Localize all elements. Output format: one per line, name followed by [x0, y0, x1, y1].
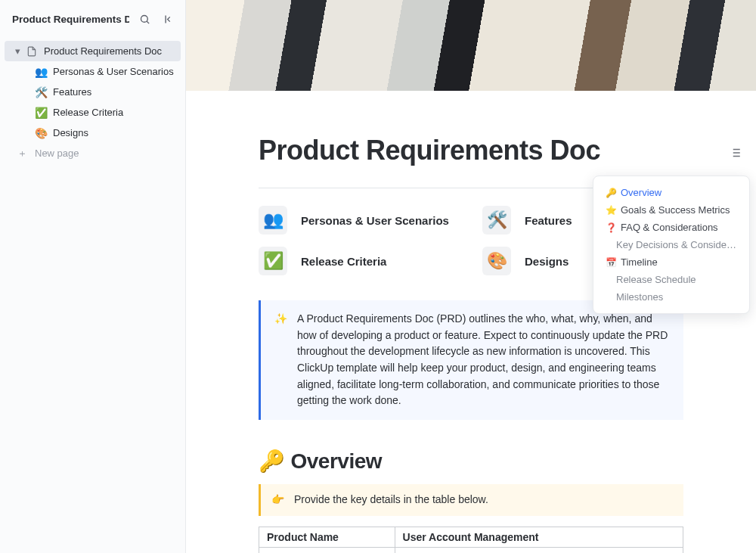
callout-text: A Product Requirements Doc (PRD) outline…	[297, 311, 670, 409]
palette-icon: 🎨	[482, 247, 511, 275]
toc-item-milestones[interactable]: Milestones	[596, 288, 746, 306]
document-body: Product Requirements Doc 👥 Personas & Us…	[186, 91, 756, 553]
tree-item-label: Personas & User Scenarios	[53, 66, 174, 77]
toc-label: Release Schedule	[616, 274, 696, 285]
sidebar-title: Product Requirements Doc	[12, 14, 129, 25]
main-content: Product Requirements Doc 👥 Personas & Us…	[186, 0, 756, 553]
tip-text: Provide the key details in the table bel…	[294, 492, 488, 508]
key-icon: 🔑	[259, 449, 285, 474]
overview-table[interactable]: Product Name User Account Management Cli…	[259, 527, 683, 553]
toc-panel: 🔑 Overview ⭐ Goals & Success Metrics ❓ F…	[593, 176, 750, 314]
card-label: Features	[525, 214, 572, 227]
cell-key[interactable]: ClickUp Project/Epic	[259, 547, 395, 553]
sidebar: Product Requirements Doc ▾ Product Requi…	[0, 0, 186, 553]
svg-point-0	[141, 15, 147, 22]
table-row[interactable]: ClickUp Project/Epic [Link to the ClickU…	[259, 547, 683, 553]
tree-item-label: Features	[53, 86, 91, 98]
toc-item-overview[interactable]: 🔑 Overview	[596, 184, 746, 201]
personas-icon: 👥	[259, 206, 287, 235]
overview-tip-callout[interactable]: 👉 Provide the key details in the table b…	[259, 484, 683, 516]
tools-icon: 🛠️	[482, 206, 511, 235]
tree-item-prd[interactable]: ▾ Product Requirements Doc	[5, 41, 181, 61]
toc-item-goals[interactable]: ⭐ Goals & Success Metrics	[596, 201, 746, 219]
question-icon: ❓	[606, 222, 616, 233]
toc-label: FAQ & Considerations	[621, 222, 718, 233]
card-label: Designs	[525, 255, 569, 268]
toc-item-timeline[interactable]: 📅 Timeline	[596, 253, 746, 271]
tree-item-label: Product Requirements Doc	[44, 45, 162, 57]
check-icon: ✅	[259, 247, 287, 275]
card-release-criteria[interactable]: ✅ Release Criteria	[259, 244, 460, 278]
intro-callout[interactable]: ✨ A Product Requirements Doc (PRD) outli…	[259, 300, 683, 420]
toc-label: Timeline	[621, 256, 658, 268]
card-label: Personas & User Scenarios	[301, 214, 449, 227]
plus-icon: ＋	[17, 147, 27, 160]
content-scroll[interactable]: Product Requirements Doc 👥 Personas & Us…	[186, 91, 756, 553]
sidebar-header: Product Requirements Doc	[0, 0, 185, 38]
new-page-label: New page	[35, 148, 79, 159]
svg-line-1	[147, 21, 149, 23]
card-label: Release Criteria	[301, 255, 386, 268]
toc-label: Milestones	[616, 291, 663, 303]
card-personas[interactable]: 👥 Personas & User Scenarios	[259, 203, 460, 237]
page-title[interactable]: Product Requirements Doc	[259, 135, 683, 166]
page-icon	[24, 46, 39, 57]
chevron-down-icon[interactable]: ▾	[12, 45, 23, 57]
check-icon: ✅	[33, 107, 48, 119]
collapse-sidebar-icon[interactable]	[160, 10, 178, 28]
tree-item-label: Designs	[53, 127, 88, 138]
palette-icon: 🎨	[33, 127, 48, 139]
page-tree: ▾ Product Requirements Doc 👥 Personas & …	[0, 38, 185, 166]
key-icon: 🔑	[606, 188, 616, 198]
sparkles-icon: ✨	[274, 311, 288, 409]
overview-heading[interactable]: 🔑 Overview	[259, 449, 683, 474]
tree-item-personas[interactable]: 👥 Personas & User Scenarios	[5, 61, 181, 82]
search-icon[interactable]	[135, 10, 153, 28]
table-row[interactable]: Product Name User Account Management	[259, 527, 683, 547]
cover-image[interactable]	[186, 0, 756, 91]
tools-icon: 🛠️	[33, 86, 48, 98]
toc-item-release-schedule[interactable]: Release Schedule	[596, 271, 746, 288]
toc-item-key-decisions[interactable]: Key Decisions & Consideratio...	[596, 236, 746, 253]
star-icon: ⭐	[606, 205, 616, 216]
toc-item-faq[interactable]: ❓ FAQ & Considerations	[596, 219, 746, 236]
point-right-icon: 👉	[271, 492, 285, 508]
cell-value[interactable]: [Link to the ClickUp location of the pro…	[395, 547, 683, 553]
toc-toggle-button[interactable]	[726, 144, 744, 162]
tree-item-release-criteria[interactable]: ✅ Release Criteria	[5, 102, 181, 123]
toc-label: Key Decisions & Consideratio...	[616, 239, 737, 250]
tree-item-label: Release Criteria	[53, 107, 123, 118]
toc-label: Overview	[621, 187, 662, 198]
cell-value[interactable]: User Account Management	[395, 527, 683, 547]
cell-key[interactable]: Product Name	[259, 527, 395, 547]
tree-item-features[interactable]: 🛠️ Features	[5, 82, 181, 102]
toc-label: Goals & Success Metrics	[621, 204, 730, 216]
personas-icon: 👥	[33, 66, 48, 78]
heading-text: Overview	[291, 449, 383, 474]
tree-item-designs[interactable]: 🎨 Designs	[5, 123, 181, 143]
new-page-button[interactable]: ＋ New page	[5, 143, 181, 163]
calendar-icon: 📅	[606, 257, 616, 268]
